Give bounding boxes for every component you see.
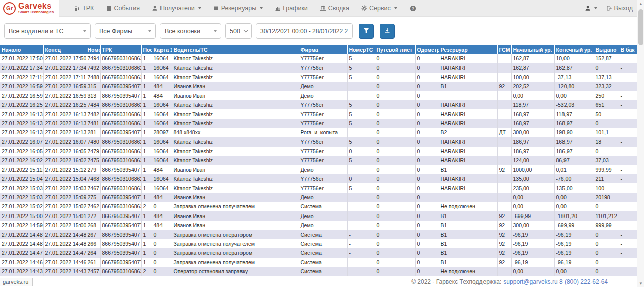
table-cell: 866795039540776	[100, 230, 141, 239]
table-row: 27.01.2022 14:48:0627.01.2022 14:48:0626…	[0, 239, 637, 248]
chevron-down-icon	[244, 28, 248, 32]
brand-logo[interactable]: Gr Garveks Smart Technologies	[0, 0, 59, 17]
drivers-select[interactable]: Все водители и ТС	[4, 23, 91, 39]
table-cell: -	[347, 248, 375, 257]
table-cell: 0,00	[511, 267, 554, 276]
table-cell: 268	[86, 221, 100, 230]
reservoirs-icon	[213, 5, 219, 11]
table-cell: 16064	[152, 54, 172, 63]
columns-select[interactable]: Все колонки	[160, 23, 221, 39]
table-cell: Kitanoz Takeshiz	[172, 63, 299, 72]
table-cell: 0	[375, 137, 415, 147]
column-header-14: Начальный ур.	[511, 45, 554, 54]
table-cell: Рога_и_копыта	[299, 128, 347, 137]
scroll-down-arrow-icon[interactable]: ▼	[637, 280, 644, 287]
table-cell	[347, 128, 375, 137]
table-cell: 27.01.2022 16:25:44	[43, 100, 86, 109]
table-cell	[347, 211, 375, 221]
table-cell: Иванов Иван	[172, 211, 299, 221]
table-cell: 0	[594, 239, 619, 248]
table-row: 27.01.2022 15:02:3827.01.2022 15:02:3874…	[0, 202, 637, 211]
logout-icon	[606, 5, 612, 11]
table-cell: -	[619, 230, 637, 239]
table-cell: 0	[415, 63, 439, 72]
drivers-select-value: Все водители и ТС	[9, 28, 63, 35]
table-cell: 866795039540776	[100, 91, 141, 100]
table-row: 27.01.2022 16:13:4227.01.2022 16:13:4774…	[0, 109, 637, 118]
table-cell: 27.01.2022 16:13:47	[43, 109, 86, 118]
table-cell: -	[619, 119, 637, 128]
apply-filter-button[interactable]	[359, 24, 374, 39]
table-cell: Демо	[299, 193, 347, 202]
support-link[interactable]: support@garveks.ru 8 (800) 222-62-64	[503, 278, 608, 285]
scroll-up-arrow-icon[interactable]: ▲	[637, 0, 644, 7]
table-row: 27.01.2022 14:48:5027.01.2022 14:48:5026…	[0, 230, 637, 239]
table-cell: 16064	[152, 183, 172, 192]
table-cell: 0	[415, 211, 439, 221]
table-cell: 5	[347, 54, 375, 63]
table-cell: 27.01.2022 16:13:21	[43, 119, 86, 128]
table-cell: 0,00	[554, 267, 594, 276]
download-button[interactable]	[380, 24, 395, 39]
table-cell: Заправка отменена получателем	[172, 258, 299, 267]
table-cell: -	[619, 221, 637, 230]
table-cell: HARAKIRI	[439, 63, 497, 72]
table-cell: 0	[594, 248, 619, 257]
table-cell: -96,19	[554, 239, 594, 248]
table-cell: -96,19	[554, 230, 594, 239]
table-cell: 16064	[152, 174, 172, 183]
table-cell: 0	[415, 119, 439, 128]
table-cell: Y77756er	[299, 147, 347, 156]
nav-item-service[interactable]: Сервис	[355, 0, 404, 17]
vertical-scrollbar[interactable]: ▲ ▼	[637, 0, 644, 287]
column-header-9: НомерТС	[347, 45, 375, 54]
nav-item-recipients[interactable]: Получатели	[146, 0, 207, 17]
table-cell: Kitanoz Takeshiz	[172, 109, 299, 118]
table-cell: 0,00	[511, 202, 554, 211]
table-cell: 27.01.2022 16:02:47	[0, 156, 43, 165]
table-cell: 27.01.2022 16:07:10	[0, 137, 43, 147]
nav-item-trk[interactable]: ТРК	[68, 0, 100, 17]
table-cell: -96,19	[511, 239, 554, 248]
row-limit-select[interactable]: 500	[225, 23, 252, 39]
nav-item-events[interactable]: События	[100, 0, 146, 17]
table-cell: 5	[347, 73, 375, 82]
firms-select[interactable]: Все Фирмы	[95, 23, 156, 39]
nav-item-reservoirs[interactable]: Резервуары	[207, 0, 269, 17]
nav-item-charts[interactable]: Графики	[269, 0, 314, 17]
table-cell: 300,00	[511, 128, 554, 137]
table-cell: 315	[86, 82, 100, 91]
table-cell: 162,87	[511, 54, 554, 63]
table-cell: 5	[347, 137, 375, 147]
table-cell: 27.01.2022 15:04:21	[43, 174, 86, 183]
table-cell: 0	[415, 82, 439, 91]
table-cell: 118,97	[511, 100, 554, 109]
table-cell: 135,00	[511, 174, 554, 183]
table-cell: 1	[141, 54, 152, 63]
logout-button[interactable]: Выход	[606, 0, 633, 17]
help-button[interactable]: ?	[404, 0, 422, 17]
nav-item-summary[interactable]: Сводка	[314, 0, 355, 17]
table-cell: 275	[86, 193, 100, 202]
user-menu-button[interactable]	[585, 0, 597, 17]
table-cell: -	[619, 128, 637, 137]
table-cell: HARAKIRI	[439, 54, 497, 63]
events-icon	[106, 5, 112, 11]
table-cell: Иванов Иван	[172, 91, 299, 100]
table-cell: -120,80	[554, 82, 594, 91]
table-cell: 1	[141, 63, 152, 72]
table-cell: 0	[594, 230, 619, 239]
table-cell	[497, 147, 511, 156]
nav-item-label: Резервуары	[221, 5, 256, 12]
table-cell: 16064	[152, 109, 172, 118]
date-range-input[interactable]	[256, 23, 353, 39]
table-cell: 7488	[86, 73, 100, 82]
table-cell: 92	[497, 82, 511, 91]
table-cell: Демо	[299, 91, 347, 100]
table-cell: 866795039540776	[100, 193, 141, 202]
table-cell: 1101,212	[594, 211, 619, 221]
scrollbar-thumb[interactable]	[638, 9, 643, 45]
column-header-11: Одометр	[415, 45, 439, 54]
table-cell: -96,19	[554, 248, 594, 257]
nav-item-label: События	[114, 5, 140, 12]
